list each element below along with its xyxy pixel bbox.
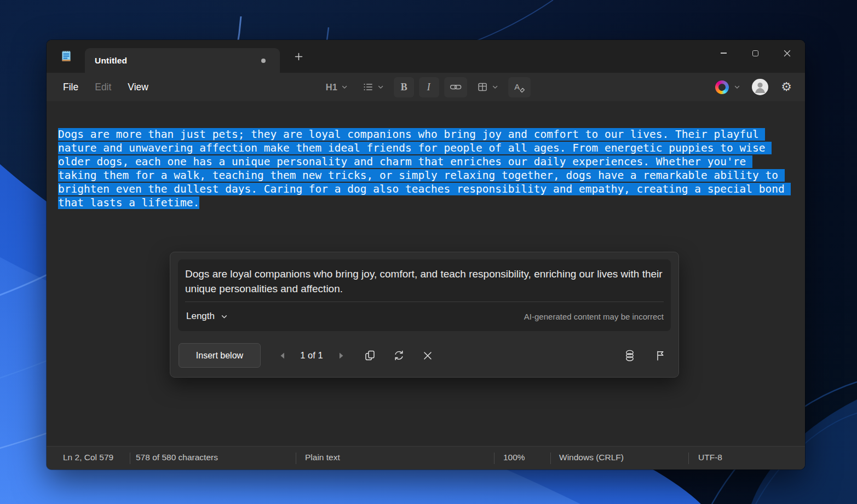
popup-actions: Insert below 1 of 1 — [179, 343, 670, 368]
maximize-icon — [752, 50, 758, 56]
insert-link-button[interactable] — [444, 77, 467, 97]
chevron-down-icon — [492, 84, 498, 90]
editor-line: older dogs, each one has a unique person… — [58, 155, 805, 169]
cursor-position: Ln 2, Col 579 — [63, 453, 113, 462]
insert-table-dropdown[interactable] — [472, 77, 503, 97]
titlebar-right-cluster: ⚙ — [712, 73, 796, 101]
bold-button[interactable]: B — [394, 77, 414, 97]
gear-icon: ⚙ — [781, 81, 792, 93]
close-button[interactable] — [771, 43, 803, 63]
new-tab-button[interactable] — [289, 47, 308, 66]
italic-button[interactable]: I — [419, 77, 439, 97]
chevron-down-icon — [221, 313, 228, 320]
ai-credits-button[interactable] — [620, 346, 640, 366]
coins-stack-icon — [624, 349, 636, 362]
statusbar-separator — [550, 453, 551, 464]
document-format: Plain text — [305, 453, 340, 462]
menu-view[interactable]: View — [119, 78, 157, 96]
length-dropdown[interactable]: Length — [185, 309, 229, 324]
bullet-list-icon — [363, 82, 373, 92]
heading-style-dropdown[interactable]: H1 — [321, 77, 353, 97]
settings-button[interactable]: ⚙ — [777, 77, 796, 97]
editor-line: that lasts a lifetime. — [58, 196, 805, 210]
user-avatar-icon — [752, 79, 768, 95]
pagination-label: 1 of 1 — [291, 350, 332, 361]
unsaved-changes-dot — [261, 59, 266, 63]
tab-untitled[interactable]: Untitled — [85, 48, 280, 73]
copy-button[interactable] — [360, 346, 379, 366]
svg-text:A: A — [514, 82, 520, 91]
editor-line: brighten even the dullest days. Caring f… — [58, 182, 805, 196]
menu-file[interactable]: File — [55, 78, 87, 96]
editor-line: nature and unwavering affection make the… — [58, 141, 805, 155]
triangle-left-icon — [279, 352, 285, 360]
refresh-icon — [393, 350, 405, 361]
copilot-summary-popup: Dogs are loyal companions who bring joy,… — [170, 252, 679, 378]
editor-line-empty — [58, 114, 805, 128]
menubar: File Edit View H1 B I — [47, 73, 805, 101]
copy-icon — [364, 350, 376, 361]
minimize-icon — [721, 53, 727, 53]
summary-card: Dogs are loyal companions who bring joy,… — [178, 259, 671, 331]
titlebar[interactable]: Untitled — [47, 40, 805, 73]
report-feedback-button[interactable] — [651, 346, 670, 366]
italic-icon: I — [427, 82, 432, 93]
ai-disclaimer-text: AI-generated content may be incorrect — [524, 312, 664, 321]
triangle-right-icon — [338, 352, 344, 360]
format-toolbar: H1 B I — [321, 73, 531, 101]
close-icon — [784, 50, 791, 57]
maximize-button[interactable] — [739, 43, 771, 63]
chevron-down-icon — [341, 84, 348, 90]
summary-text: Dogs are loyal companions who bring joy,… — [185, 267, 667, 296]
heading-style-label: H1 — [326, 82, 338, 92]
regenerate-button[interactable] — [389, 346, 409, 366]
length-label: Length — [186, 311, 215, 322]
statusbar-separator — [130, 453, 130, 464]
chevron-down-icon — [377, 84, 384, 90]
tab-title: Untitled — [95, 56, 127, 66]
next-result-button[interactable] — [332, 346, 350, 365]
insert-below-button[interactable]: Insert below — [179, 343, 261, 368]
dismiss-button[interactable] — [418, 346, 438, 366]
statusbar: Ln 2, Col 579 578 of 580 characters Plai… — [47, 446, 805, 470]
flag-icon — [655, 350, 666, 361]
close-icon — [423, 351, 433, 361]
clear-formatting-button[interactable]: A — [508, 77, 531, 97]
encoding: UTF-8 — [698, 453, 722, 462]
previous-result-button[interactable] — [273, 346, 291, 365]
copilot-button[interactable] — [712, 78, 744, 97]
statusbar-separator — [494, 453, 494, 464]
statusbar-separator — [296, 453, 296, 464]
statusbar-separator — [688, 453, 689, 464]
table-icon — [477, 82, 488, 92]
editor-line: Dogs are more than just pets; they are l… — [58, 128, 805, 141]
list-style-dropdown[interactable] — [358, 77, 389, 97]
character-count: 578 of 580 characters — [136, 453, 218, 462]
menu-edit[interactable]: Edit — [87, 78, 119, 96]
link-icon — [449, 81, 462, 93]
notepad-window: Untitled File Edit View H1 — [47, 40, 805, 470]
clear-formatting-icon: A — [513, 82, 526, 93]
plus-icon — [295, 53, 303, 61]
notepad-app-icon — [59, 49, 74, 64]
minimize-button[interactable] — [708, 43, 739, 63]
copilot-icon — [713, 78, 731, 96]
editor-line: taking them for a walk, teaching them ne… — [58, 169, 805, 182]
line-ending: Windows (CRLF) — [559, 453, 624, 462]
chevron-down-icon — [734, 84, 740, 90]
zoom-level[interactable]: 100% — [503, 453, 525, 462]
account-button[interactable] — [752, 79, 768, 95]
bold-icon: B — [401, 82, 407, 93]
